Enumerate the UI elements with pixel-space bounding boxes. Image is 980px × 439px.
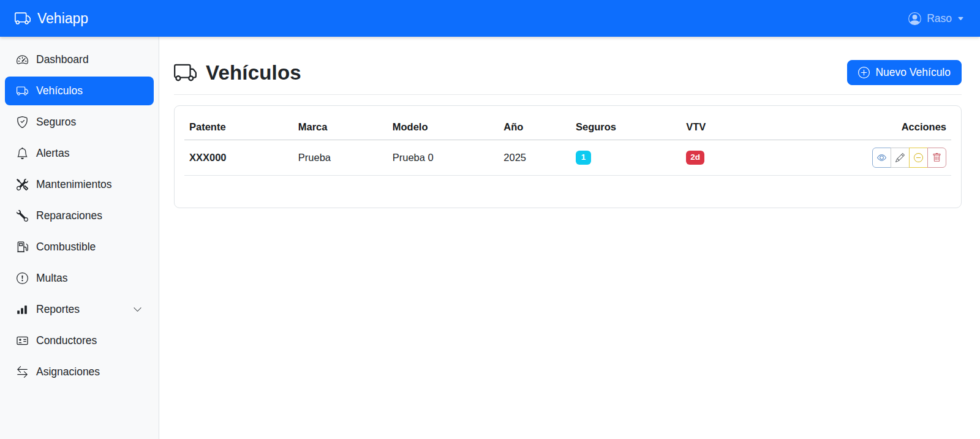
view-button[interactable] — [872, 148, 891, 168]
sidebar-item-label: Alertas — [36, 147, 69, 160]
header-seguros: Seguros — [571, 114, 681, 140]
cell-anio: 2025 — [499, 140, 571, 176]
pencil-icon — [895, 153, 905, 162]
plus-circle-icon — [858, 67, 870, 78]
vehicles-table-card: Patente Marca Modelo Año Seguros VTV Acc… — [174, 105, 962, 208]
shield-check-icon — [17, 116, 28, 128]
speedometer-icon — [17, 54, 28, 66]
truck-icon — [174, 61, 197, 84]
sidebar-item-alertas[interactable]: Alertas — [5, 139, 154, 168]
header-marca: Marca — [293, 114, 388, 140]
cell-modelo: Prueba 0 — [388, 140, 499, 176]
new-vehicle-button-label: Nuevo Vehículo — [875, 66, 951, 79]
sidebar-item-label: Seguros — [36, 116, 76, 129]
sidebar-item-dashboard[interactable]: Dashboard — [5, 45, 154, 74]
tools-icon — [17, 179, 28, 190]
cell-marca: Prueba — [293, 140, 388, 176]
page-title-text: Vehículos — [206, 61, 301, 84]
user-name: Raso — [927, 12, 952, 25]
sidebar-item-mantenimientos[interactable]: Mantenimientos — [5, 170, 154, 199]
brand[interactable]: Vehiapp — [15, 10, 88, 27]
header-vtv: VTV — [681, 114, 805, 140]
user-dropdown[interactable]: Raso — [908, 12, 964, 25]
header-patente: Patente — [184, 114, 293, 140]
sidebar-item-conductores[interactable]: Conductores — [5, 326, 154, 355]
truck-icon — [15, 10, 31, 26]
row-actions — [872, 148, 946, 168]
caret-down-icon — [957, 15, 964, 22]
sidebar-item-label: Mantenimientos — [36, 178, 112, 191]
new-vehicle-button[interactable]: Nuevo Vehículo — [847, 60, 962, 85]
page-title: Vehículos — [174, 61, 301, 84]
sidebar-item-asignaciones[interactable]: Asignaciones — [5, 358, 154, 386]
sidebar-item-label: Vehículos — [36, 84, 83, 97]
sidebar: Dashboard Vehículos Seguros Alertas Mant… — [0, 37, 159, 439]
edit-button[interactable] — [891, 148, 910, 168]
disable-button[interactable] — [909, 148, 928, 168]
table-row: XXX000 Prueba Prueba 0 2025 1 2d — [184, 140, 951, 176]
seguros-count-badge: 1 — [576, 151, 591, 165]
sidebar-item-label: Reparaciones — [36, 209, 102, 222]
sidebar-item-multas[interactable]: Multas — [5, 264, 154, 293]
cell-seguros: 1 — [571, 140, 681, 176]
sidebar-item-combustible[interactable]: Combustible — [5, 233, 154, 261]
top-navbar: Vehiapp Raso — [0, 0, 980, 37]
swap-arrows-icon — [17, 366, 28, 378]
cell-acciones — [805, 140, 951, 176]
person-circle-icon — [908, 12, 921, 25]
dash-circle-icon — [914, 153, 923, 162]
chevron-down-icon — [133, 305, 142, 314]
cell-patente: XXX000 — [184, 140, 293, 176]
sidebar-item-seguros[interactable]: Seguros — [5, 108, 154, 137]
wrench-icon — [17, 210, 28, 222]
sidebar-item-label: Reportes — [36, 303, 80, 316]
truck-icon — [17, 85, 28, 97]
sidebar-item-reparaciones[interactable]: Reparaciones — [5, 201, 154, 230]
bar-chart-icon — [17, 304, 28, 315]
vtv-days-badge: 2d — [686, 151, 704, 165]
main-content: Vehículos Nuevo Vehículo Patente Marca M… — [159, 37, 980, 439]
delete-button[interactable] — [927, 148, 946, 168]
fuel-pump-icon — [17, 241, 28, 253]
vehicles-table: Patente Marca Modelo Año Seguros VTV Acc… — [184, 114, 951, 176]
title-divider — [174, 94, 962, 95]
exclamation-circle-icon — [17, 272, 28, 284]
cell-vtv: 2d — [681, 140, 805, 176]
header-acciones: Acciones — [805, 114, 951, 140]
id-card-icon — [17, 335, 28, 347]
sidebar-item-label: Conductores — [36, 334, 97, 347]
eye-icon — [877, 153, 886, 162]
trash-icon — [932, 153, 941, 162]
sidebar-item-vehiculos[interactable]: Vehículos — [5, 77, 154, 105]
header-anio: Año — [499, 114, 571, 140]
sidebar-item-label: Dashboard — [36, 53, 89, 66]
sidebar-item-label: Combustible — [36, 241, 96, 253]
brand-name: Vehiapp — [37, 10, 88, 27]
bell-icon — [17, 148, 28, 159]
sidebar-item-label: Multas — [36, 272, 68, 285]
header-modelo: Modelo — [388, 114, 499, 140]
sidebar-item-reportes[interactable]: Reportes — [5, 295, 154, 324]
sidebar-item-label: Asignaciones — [36, 366, 100, 378]
